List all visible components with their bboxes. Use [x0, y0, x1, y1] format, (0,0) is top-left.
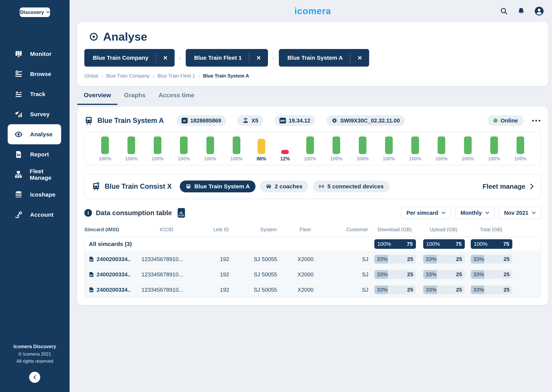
table-row[interactable]: 2400200334.. 123345678910... 192 SJ 5005… — [85, 267, 541, 282]
analyse-eye-icon — [14, 130, 23, 139]
period-dropdown[interactable]: Monthly — [455, 207, 494, 219]
month-dropdown[interactable]: Nov 2021 — [499, 207, 541, 219]
health-bar[interactable]: 100% — [514, 135, 527, 161]
upload-percent: 33% — [426, 271, 437, 278]
filter-chip-fleet[interactable]: Blue Train Fleet 1 ✕ — [186, 49, 268, 67]
column-header-upload: Upload (GB) — [420, 227, 467, 232]
connected-devices-pill[interactable]: 5 connected devices — [313, 181, 389, 192]
chevron-right-icon: › — [101, 73, 103, 79]
health-bar[interactable]: 100% — [230, 135, 243, 161]
imsi-value: 2400200334.. — [97, 287, 131, 293]
sidebar-item-analyse[interactable]: Analyse — [8, 124, 61, 144]
sidebar-item-account[interactable]: Account — [8, 205, 61, 225]
consist-system-pill[interactable]: Blue Train System A — [180, 181, 255, 192]
sidebar-item-monitor[interactable]: Monitor — [8, 44, 61, 64]
system-id-badge: ID 1828685869 — [176, 115, 226, 126]
close-icon[interactable]: ✕ — [350, 53, 369, 63]
filter-chip-system[interactable]: Blue Train System A ✕ — [279, 49, 369, 67]
info-icon[interactable]: i — [84, 209, 92, 217]
health-bar[interactable]: 100% — [488, 135, 500, 161]
health-bar[interactable]: 100% — [125, 135, 138, 161]
tab-graphs[interactable]: Graphs — [117, 92, 152, 105]
system-imp-badge: IMP 19.34.12 — [275, 115, 315, 126]
sidebar-item-survey[interactable]: Survey — [8, 104, 61, 124]
health-bar[interactable]: 100% — [304, 135, 316, 161]
sidebar-item-label: Survey — [30, 111, 50, 118]
product-switcher-button[interactable]: Discovery — [20, 7, 50, 17]
sidebar-item-report[interactable]: Report — [8, 144, 61, 164]
health-bar-value: 100% — [125, 156, 138, 161]
health-bar-value: 100% — [178, 156, 190, 161]
table-filters: Per simcard Monthly Nov 2021 — [401, 207, 541, 219]
report-icon — [14, 150, 23, 159]
health-bar[interactable]: 100% — [204, 135, 216, 161]
health-bar-value: 100% — [488, 156, 500, 161]
id-icon: ID — [182, 118, 188, 123]
sidebar-item-track[interactable]: Track — [8, 84, 61, 104]
total-value: 25 — [503, 256, 509, 262]
imsi-value: 2400200334.. — [97, 256, 131, 262]
close-icon[interactable]: ✕ — [156, 53, 174, 63]
sidebar-item-label: Report — [30, 151, 49, 158]
filter-chip-label: Blue Train Company — [84, 55, 156, 61]
more-options-button[interactable] — [531, 118, 541, 123]
month-value: Nov 2021 — [504, 210, 528, 216]
filter-chip-label: Blue Train System A — [279, 55, 350, 61]
period-value: Monthly — [460, 210, 482, 216]
train-icon — [186, 183, 191, 189]
breadcrumb-link-company[interactable]: Blue Train Company — [106, 73, 150, 79]
system-header-right: Online — [488, 115, 541, 126]
sidebar-item-label: Icoshape — [30, 191, 55, 198]
notifications-button[interactable] — [517, 7, 525, 15]
sidebar-item-browse[interactable]: Browse — [8, 64, 61, 84]
total-percent: 33% — [473, 287, 484, 293]
summary-upload-bar: 100%75 — [423, 239, 465, 249]
system-id-value: 1828685869 — [190, 118, 221, 124]
iccid-value: 123345678910... — [141, 271, 192, 278]
coaches-pill[interactable]: 2 coaches — [260, 181, 308, 192]
close-icon[interactable]: ✕ — [249, 53, 268, 63]
table-row[interactable]: 2400200334.. 123345678910... 192 SJ 5005… — [85, 282, 541, 297]
health-bar-warning[interactable]: 86% — [257, 135, 266, 161]
fleet-manage-link[interactable]: Fleet manage — [482, 182, 534, 190]
table-row[interactable]: 2400200334.. 123345678910... 192 SJ 5005… — [85, 251, 541, 267]
health-bar[interactable]: 100% — [435, 135, 448, 161]
sidebar-item-fleet-manage[interactable]: Fleet Manage — [8, 164, 61, 184]
search-button[interactable] — [500, 7, 508, 15]
breadcrumb: Global › Blue Train Company › Blue Train… — [84, 73, 541, 79]
user-menu-button[interactable] — [534, 6, 544, 16]
sidebar-item-icoshape[interactable]: Icoshape — [8, 184, 61, 205]
per-simcard-dropdown[interactable]: Per simcard — [401, 207, 451, 219]
filter-chip-company[interactable]: Blue Train Company ✕ — [84, 49, 174, 67]
download-percent: 33% — [377, 256, 388, 262]
health-strip: 100% 100% 100% 100% 100% 100% 86% 12% 10… — [84, 132, 541, 165]
page-title: Analyse — [103, 30, 147, 43]
health-bar[interactable]: 100% — [462, 135, 474, 161]
health-bar-fill — [101, 136, 109, 154]
column-header-imsi: Simcard (IMSI) — [84, 227, 141, 232]
health-bar[interactable]: 100% — [178, 135, 190, 161]
health-bar[interactable]: 100% — [152, 135, 164, 161]
download-value: 25 — [407, 256, 413, 262]
sidebar-collapse-button[interactable] — [29, 372, 40, 383]
column-header-download: Download (GB) — [370, 227, 420, 232]
tab-overview[interactable]: Overview — [77, 92, 117, 105]
link-id-value: 192 — [192, 256, 231, 262]
upload-percent: 100% — [426, 241, 440, 247]
health-bar[interactable]: 100% — [356, 135, 369, 161]
health-bar[interactable]: 100% — [330, 135, 342, 161]
breadcrumb-link-global[interactable]: Global — [84, 73, 98, 79]
breadcrumb-link-fleet[interactable]: Blue Train Fleet 1 — [157, 73, 195, 79]
search-icon — [500, 7, 508, 15]
chevron-right-icon: › — [153, 73, 154, 79]
simcard-icon — [89, 287, 94, 293]
page-title-row: Analyse — [89, 30, 541, 43]
health-bar[interactable]: 100% — [383, 135, 395, 161]
tab-access-time[interactable]: Access time — [152, 92, 201, 105]
health-bar[interactable]: 100% — [99, 135, 111, 161]
health-bar-critical[interactable]: 12% — [280, 135, 290, 161]
upload-percent: 33% — [426, 287, 437, 293]
export-xlsx-button[interactable]: XLSX — [178, 208, 185, 218]
system-model-badge: X5 — [237, 115, 263, 126]
health-bar[interactable]: 100% — [409, 135, 421, 161]
